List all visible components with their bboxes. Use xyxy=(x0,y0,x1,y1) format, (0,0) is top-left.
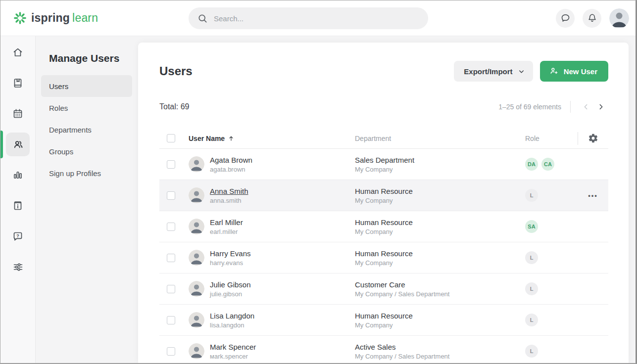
user-name-link[interactable]: Julie Gibson xyxy=(210,280,251,289)
sidebar-item-groups[interactable]: Groups xyxy=(41,140,132,162)
new-user-label: New User xyxy=(564,67,597,76)
user-login: julie.gibson xyxy=(210,290,251,298)
sidebar-item-users[interactable]: Users xyxy=(41,75,132,97)
role-badges: L xyxy=(525,345,578,358)
department-name: Human Resource xyxy=(355,249,525,258)
department-path: My Company xyxy=(355,166,525,173)
user-name-link[interactable]: Mark Spencer xyxy=(210,343,256,351)
rail-item-courses[interactable] xyxy=(6,71,30,95)
row-checkbox[interactable] xyxy=(167,223,175,231)
rail-item-users[interactable] xyxy=(6,133,30,156)
users-content-card: Users Export/Import New User xyxy=(138,43,629,363)
sidebar-item-roles[interactable]: Roles xyxy=(41,97,132,119)
home-icon xyxy=(12,46,24,58)
search-input[interactable] xyxy=(214,14,419,23)
role-badge: DA xyxy=(525,158,538,171)
rail-item-reports[interactable] xyxy=(6,163,30,187)
pagination: 1–25 of 69 elements xyxy=(498,99,608,114)
table-row[interactable]: Anna Smithanna.smithHuman ResourceMy Com… xyxy=(159,180,608,211)
page-header: Users Export/Import New User xyxy=(159,61,608,82)
user-name-link[interactable]: Earl Miller xyxy=(210,218,243,227)
manage-users-sidebar: Manage Users UsersRolesDepartmentsGroups… xyxy=(36,36,138,363)
user-photo xyxy=(189,156,204,172)
department-name: Sales Department xyxy=(355,156,525,164)
user-name-header-label: User Name xyxy=(189,135,225,142)
user-login: мark.spencer xyxy=(210,353,256,360)
app-logo: ispringlearn xyxy=(0,11,98,25)
user-login: lisa.langdon xyxy=(210,321,254,329)
pagination-divider xyxy=(570,101,571,113)
topbar-actions xyxy=(556,8,636,28)
next-page-button[interactable] xyxy=(593,99,608,114)
department-name: Human Resource xyxy=(355,218,525,227)
sidebar-title: Manage Users xyxy=(49,52,138,64)
global-search[interactable] xyxy=(189,7,428,29)
role-badge: L xyxy=(525,189,538,202)
row-checkbox[interactable] xyxy=(167,347,175,356)
export-import-button[interactable]: Export/Import xyxy=(454,61,533,82)
role-badge: L xyxy=(525,345,538,358)
department-path: My Company xyxy=(355,197,525,204)
pagination-range-label: 1–25 of 69 elements xyxy=(498,103,561,111)
department-name: Human Resource xyxy=(355,312,525,320)
bar-chart-icon xyxy=(12,169,24,181)
messages-button[interactable] xyxy=(556,9,575,28)
column-header-department[interactable]: Department xyxy=(355,135,391,142)
search-icon xyxy=(197,13,208,24)
table-row[interactable]: Julie Gibsonjulie.gibsonCustomer CareMy … xyxy=(159,273,608,305)
table-row[interactable]: Lisa Langdonlisa.langdonHuman ResourceMy… xyxy=(159,305,608,336)
list-summary-row: Total: 69 1–25 of 69 elements xyxy=(159,99,608,114)
rail-item-news[interactable] xyxy=(6,194,30,218)
table-row[interactable]: Harry Evansharry.evansHuman ResourceMy C… xyxy=(159,242,608,273)
department-name: Human Resource xyxy=(355,187,525,195)
logo-word-ispring: ispring xyxy=(31,11,70,24)
row-checkbox[interactable] xyxy=(167,160,175,169)
role-badge: SA xyxy=(525,220,538,233)
user-photo xyxy=(189,219,204,234)
rail-item-support[interactable]: ? xyxy=(6,225,30,248)
user-name-link[interactable]: Anna Smith xyxy=(210,187,248,195)
select-all-checkbox[interactable] xyxy=(167,134,175,142)
sidebar-item-sign-up-profiles[interactable]: Sign up Profiles xyxy=(41,162,132,184)
rail-item-home[interactable] xyxy=(6,41,30,64)
row-checkbox[interactable] xyxy=(167,254,175,262)
book-icon xyxy=(12,77,24,89)
department-path: My Company xyxy=(355,259,525,267)
department-path: My Company xyxy=(355,321,525,329)
logo-wordmark: ispringlearn xyxy=(31,11,98,25)
app-window: ispringlearn xyxy=(0,0,637,364)
table-header-row: User Name Department Role xyxy=(159,128,608,149)
row-checkbox[interactable] xyxy=(167,191,175,200)
table-row[interactable]: Mark Spencerмark.spencerActive SalesMy C… xyxy=(159,336,608,363)
user-login: harry.evans xyxy=(210,259,251,267)
column-header-role[interactable]: Role xyxy=(525,135,539,142)
user-login: anna.smith xyxy=(210,197,248,204)
sidebar-item-departments[interactable]: Departments xyxy=(41,119,132,140)
page-actions: Export/Import New User xyxy=(454,61,608,82)
row-menu-button[interactable]: ••• xyxy=(588,192,598,199)
user-login: earl.miller xyxy=(210,228,243,235)
table-row[interactable]: Earl Millerearl.millerHuman ResourceMy C… xyxy=(159,211,608,242)
sort-ascending-icon xyxy=(228,135,235,142)
column-header-user-name[interactable]: User Name xyxy=(189,135,235,142)
row-checkbox[interactable] xyxy=(167,285,175,293)
rail-item-calendar[interactable] xyxy=(6,102,30,126)
rail-item-settings[interactable] xyxy=(6,255,30,279)
user-avatar-menu[interactable] xyxy=(609,8,629,28)
user-name-link[interactable]: Harry Evans xyxy=(210,249,251,258)
user-name-link[interactable]: Agata Brown xyxy=(210,156,252,164)
role-badges: L xyxy=(525,189,578,202)
table-row[interactable]: Agata Brownagata.brownSales DepartmentMy… xyxy=(159,149,608,180)
help-icon: ? xyxy=(12,230,24,242)
table-settings-button[interactable] xyxy=(588,133,598,143)
role-badge: L xyxy=(525,314,538,326)
user-name-link[interactable]: Lisa Langdon xyxy=(210,312,254,320)
row-checkbox[interactable] xyxy=(167,316,175,324)
prev-page-button[interactable] xyxy=(579,99,593,114)
department-path: My Company / Sales Department xyxy=(355,290,525,298)
new-user-button[interactable]: New User xyxy=(540,61,608,82)
notifications-button[interactable] xyxy=(583,9,601,28)
sliders-icon xyxy=(12,261,24,273)
department-name: Customer Care xyxy=(355,280,525,289)
role-badges: L xyxy=(525,282,578,295)
